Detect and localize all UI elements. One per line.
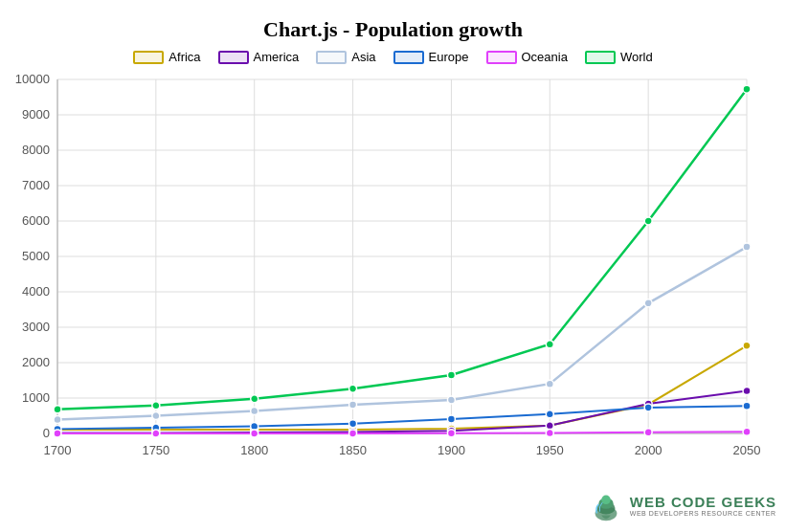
legend-item-europe: Europe: [393, 50, 469, 64]
chart-title: Chart.js - Population growth: [0, 0, 786, 50]
legend-item-africa: Africa: [133, 50, 200, 64]
page: Chart.js - Population growth AfricaAmeri…: [0, 0, 786, 532]
watermark-icon: [588, 488, 624, 524]
watermark: WEB CODE GEEKS WEB DEVELOPERS RESOURCE C…: [588, 488, 776, 524]
legend-item-america: America: [218, 50, 300, 64]
chart-legend: AfricaAmericaAsiaEuropeOceaniaWorld: [0, 50, 786, 64]
legend-item-world: World: [585, 50, 653, 64]
watermark-main: WEB CODE GEEKS: [630, 495, 776, 511]
svg-point-3: [601, 496, 611, 505]
watermark-sub: WEB DEVELOPERS RESOURCE CENTER: [630, 510, 776, 518]
legend-item-oceania: Oceania: [486, 50, 568, 64]
chart-area: [0, 70, 786, 472]
legend-item-asia: Asia: [316, 50, 375, 64]
watermark-text: WEB CODE GEEKS WEB DEVELOPERS RESOURCE C…: [630, 495, 776, 518]
